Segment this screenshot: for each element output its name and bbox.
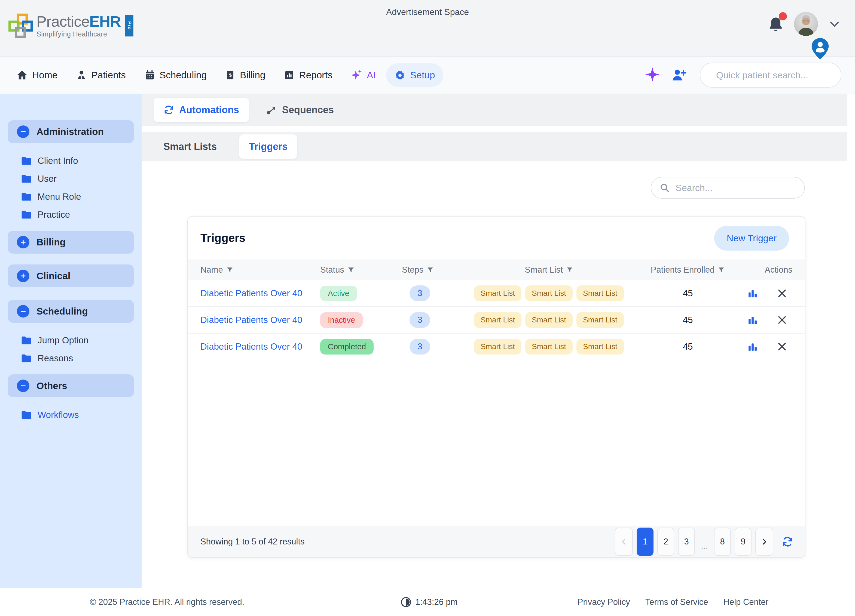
column-header-smart-list[interactable]: Smart List (467, 265, 631, 275)
trigger-name-link[interactable]: Diabetic Patients Over 40 (201, 315, 320, 325)
sidebar-section-administration[interactable]: Administration (8, 120, 134, 143)
page-button-8[interactable]: 8 (714, 527, 731, 556)
nav-item-setup[interactable]: Setup (386, 63, 443, 87)
footer: © 2025 Practice EHR. All rights reserved… (0, 588, 855, 616)
collapse-icon[interactable] (17, 125, 29, 138)
notifications-button[interactable] (768, 16, 784, 35)
refresh-button[interactable] (781, 536, 794, 548)
view-stats-button[interactable] (747, 341, 758, 352)
results-summary: Showing 1 to 5 of 42 results (201, 537, 305, 547)
table-row: Diabetic Patients Over 40 Active 3 Smart… (188, 280, 805, 307)
nav-item-scheduling[interactable]: Scheduling (136, 63, 215, 87)
advertisement-label: Advertisement Space (386, 7, 469, 17)
filter-funnel-icon[interactable] (718, 266, 725, 274)
chevron-down-icon[interactable] (828, 18, 841, 30)
status-badge: Completed (320, 339, 374, 355)
page-button-1[interactable]: 1 (637, 527, 654, 556)
sidebar-item-jump-option[interactable]: Jump Option (0, 332, 142, 349)
remove-trigger-button[interactable] (777, 341, 788, 352)
page-ellipsis: ... (699, 542, 710, 556)
notification-dot (779, 12, 787, 20)
column-header-actions: Actions (745, 265, 792, 275)
nav-item-billing[interactable]: $ Billing (217, 63, 273, 87)
folder-icon (21, 193, 32, 201)
tab-smart-lists[interactable]: Smart Lists (153, 135, 227, 159)
view-stats-button[interactable] (747, 288, 758, 299)
folder-icon (21, 174, 32, 183)
sidebar-section-billing[interactable]: Billing (8, 231, 134, 254)
sidebar-section-others[interactable]: Others (8, 374, 134, 397)
page-button-9[interactable]: 9 (735, 527, 752, 556)
top-advertisement-band: Advertisement Space PracticeEHR Simplify… (0, 0, 855, 57)
sidebar-item-workflows[interactable]: Workflows (0, 406, 142, 424)
scheduling-icon (144, 69, 155, 81)
nav-item-home[interactable]: Home (8, 63, 66, 87)
sidebar-item-user[interactable]: User (0, 170, 142, 188)
sidebar-item-menu-role[interactable]: Menu Role (0, 188, 142, 206)
trigger-name-link[interactable]: Diabetic Patients Over 40 (201, 288, 320, 298)
link-privacy-policy[interactable]: Privacy Policy (578, 597, 630, 607)
smart-list-chip: Smart List (474, 339, 521, 355)
sidebar-item-reasons[interactable]: Reasons (0, 349, 142, 367)
column-header-status[interactable]: Status (320, 265, 402, 275)
nav-item-reports[interactable]: Reports (276, 63, 341, 87)
avatar[interactable] (794, 12, 818, 36)
link-terms-of-service[interactable]: Terms of Service (645, 597, 708, 607)
location-person-icon[interactable] (811, 38, 829, 59)
next-page-button[interactable] (755, 527, 773, 556)
column-header-name[interactable]: Name (201, 265, 320, 275)
tab-sequences[interactable]: Sequences (256, 98, 344, 122)
table-header-row: Name Status Steps Smart List (188, 260, 805, 280)
chart-action-icon (747, 341, 758, 352)
filter-funnel-icon[interactable] (427, 266, 434, 274)
page-button-3[interactable]: 3 (678, 527, 695, 556)
column-header-steps[interactable]: Steps (402, 265, 467, 275)
sidebar-item-client-info[interactable]: Client Info (0, 152, 142, 170)
triggers-search-input[interactable] (676, 183, 796, 193)
link-help-center[interactable]: Help Center (723, 597, 768, 607)
prev-page-button[interactable] (615, 527, 633, 556)
folder-icon (21, 336, 32, 345)
sparkle-icon[interactable] (645, 67, 659, 83)
steps-badge: 3 (409, 312, 430, 328)
smart-list-chip: Smart List (576, 286, 624, 301)
smart-list-chip: Smart List (525, 339, 573, 355)
quick-patient-search[interactable] (700, 63, 841, 88)
sidebar-section-scheduling[interactable]: Scheduling (8, 300, 134, 323)
quick-patient-search-input[interactable] (716, 70, 837, 81)
collapse-icon[interactable] (17, 305, 29, 318)
trigger-name-link[interactable]: Diabetic Patients Over 40 (201, 341, 320, 352)
clock-icon (400, 597, 411, 608)
sequence-icon (266, 104, 277, 115)
new-trigger-button[interactable]: New Trigger (714, 226, 789, 251)
primary-tab-bar: Automations Sequences (142, 94, 847, 126)
nav-item-ai[interactable]: AI (343, 63, 384, 87)
column-header-patients-enrolled[interactable]: Patients Enrolled (631, 265, 745, 275)
filter-funnel-icon[interactable] (226, 266, 233, 274)
brand-logo-icon (8, 13, 33, 38)
view-stats-button[interactable] (747, 315, 758, 326)
remove-trigger-button[interactable] (777, 288, 788, 299)
search-icon (659, 183, 670, 193)
triggers-search[interactable] (651, 177, 805, 199)
page-button-2[interactable]: 2 (657, 527, 674, 556)
filter-funnel-icon[interactable] (348, 266, 354, 274)
filter-funnel-icon[interactable] (566, 266, 573, 274)
chart-action-icon (747, 315, 758, 326)
tab-automations[interactable]: Automations (153, 98, 249, 122)
remove-trigger-button[interactable] (777, 315, 788, 326)
main-content: Automations Sequences Smart Lists Trigge… (142, 94, 855, 588)
patients-enrolled-count: 45 (631, 341, 745, 352)
tab-triggers[interactable]: Triggers (239, 135, 297, 159)
expand-icon[interactable] (17, 236, 29, 248)
expand-icon[interactable] (17, 270, 29, 282)
status-badge: Inactive (320, 312, 363, 328)
add-patient-icon[interactable] (671, 68, 687, 82)
sidebar-item-practice[interactable]: Practice (0, 206, 142, 224)
sidebar-section-clinical[interactable]: Clinical (8, 264, 134, 287)
collapse-icon[interactable] (17, 379, 29, 392)
nav-item-patients[interactable]: Patients (68, 63, 134, 87)
copyright-text: © 2025 Practice EHR. All rights reserved… (90, 597, 400, 607)
remove-action-icon (777, 315, 788, 326)
brand-logo: PracticeEHR Simplifying Healthcare Pro (8, 13, 133, 38)
